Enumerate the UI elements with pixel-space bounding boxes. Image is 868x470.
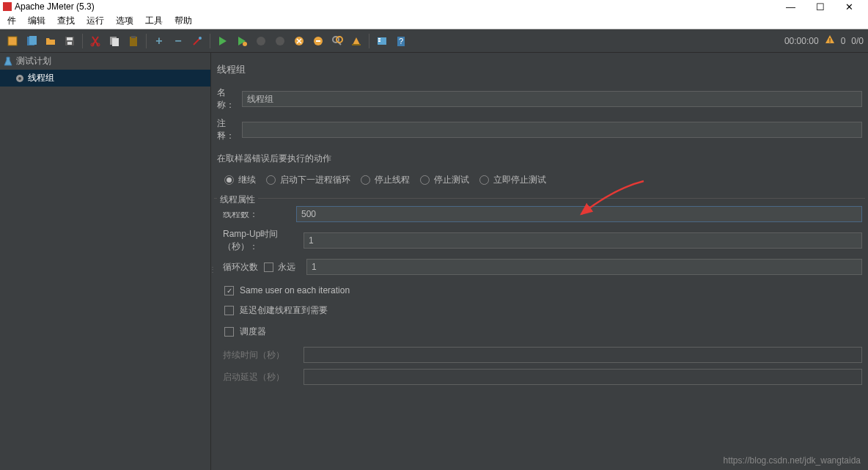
minimize-button[interactable]: —: [786, 1, 795, 12]
svg-point-15: [276, 37, 284, 45]
tree-panel: 测试计划 线程组: [0, 53, 211, 470]
clear-icon[interactable]: [291, 33, 307, 49]
svg-point-29: [18, 77, 21, 80]
svg-rect-11: [131, 36, 136, 38]
copy-icon[interactable]: [106, 33, 122, 49]
reset-search-icon[interactable]: [348, 33, 364, 49]
start-no-timers-icon[interactable]: [234, 33, 250, 49]
templates-icon[interactable]: [23, 33, 40, 49]
radio-start-next[interactable]: 启动下一进程循环: [266, 174, 350, 186]
rampup-input[interactable]: [304, 232, 862, 249]
threads-input[interactable]: [296, 206, 862, 222]
content-panel: ⋮ 线程组 名称： 注释： 在取样器错误后要执行的动作 继续 启动下一进程循环: [211, 53, 868, 470]
error-action-radios: 继续 启动下一进程循环 停止线程 停止测试 立即停止测试: [214, 172, 865, 195]
panel-title: 线程组: [214, 59, 865, 87]
forever-checkbox[interactable]: [264, 262, 273, 272]
name-input[interactable]: [242, 91, 862, 107]
gear-icon: [15, 73, 25, 84]
svg-rect-5: [67, 42, 72, 45]
paste-icon[interactable]: [125, 33, 141, 49]
tree-label: 测试计划: [16, 55, 51, 67]
svg-rect-9: [112, 38, 119, 46]
same-user-checkbox[interactable]: [224, 286, 234, 295]
shutdown-icon[interactable]: [272, 33, 288, 49]
svg-rect-23: [378, 38, 380, 40]
menu-run[interactable]: 运行: [82, 13, 108, 29]
name-label: 名称：: [217, 87, 242, 111]
delay-input: [304, 369, 862, 385]
separator: [146, 34, 147, 48]
loop-input[interactable]: [306, 259, 862, 275]
radio-stop-test[interactable]: 停止测试: [420, 174, 469, 186]
menu-help[interactable]: 帮助: [170, 13, 196, 29]
radio-icon: [420, 175, 430, 185]
separator: [82, 34, 83, 48]
cut-icon[interactable]: [87, 33, 103, 49]
comment-label: 注释：: [217, 117, 242, 142]
scheduler-label: 调度器: [240, 326, 266, 338]
menu-tools[interactable]: 工具: [141, 13, 167, 29]
menu-search[interactable]: 查找: [53, 13, 79, 29]
error-action-label: 在取样器错误后要执行的动作: [214, 148, 865, 172]
delay-label: 启动延迟（秒）: [223, 371, 304, 383]
open-icon[interactable]: [43, 33, 59, 49]
close-button[interactable]: ✕: [845, 1, 853, 12]
svg-rect-2: [29, 36, 37, 45]
svg-rect-24: [378, 40, 380, 42]
watermark: https://blog.csdn.net/jdk_wangtaida: [724, 455, 861, 466]
radio-label: 启动下一进程循环: [280, 174, 350, 186]
save-icon[interactable]: [62, 33, 78, 49]
delay-create-checkbox[interactable]: [224, 306, 234, 315]
svg-text:?: ?: [399, 37, 403, 45]
menu-edit[interactable]: 编辑: [23, 13, 50, 29]
expand-icon[interactable]: +: [151, 33, 167, 49]
separator: [369, 34, 369, 48]
menubar: 件 编辑 查找 运行 选项 工具 帮助: [0, 13, 868, 29]
warning-icon: !: [825, 34, 835, 47]
radio-icon: [224, 175, 234, 185]
svg-point-12: [199, 37, 202, 40]
toggle-icon[interactable]: [189, 33, 205, 49]
window-controls: — ☐ ✕: [786, 1, 868, 12]
new-icon[interactable]: [4, 33, 21, 49]
clear-all-icon[interactable]: [310, 33, 326, 49]
svg-point-13: [243, 42, 247, 46]
function-helper-icon[interactable]: [374, 33, 390, 49]
duration-label: 持续时间（秒）: [223, 349, 304, 361]
radio-stop-thread[interactable]: 停止线程: [361, 174, 410, 186]
radio-label: 停止线程: [375, 174, 410, 186]
search-icon[interactable]: [329, 33, 345, 49]
collapse-icon[interactable]: −: [170, 33, 186, 49]
stop-icon[interactable]: [253, 33, 269, 49]
flask-icon: [3, 56, 13, 67]
tree-item-threadgroup[interactable]: 线程组: [0, 70, 210, 87]
thread-props-label: 线程属性: [217, 194, 258, 212]
radio-continue[interactable]: 继续: [224, 174, 256, 186]
radio-stop-now[interactable]: 立即停止测试: [479, 174, 546, 186]
forever-label: 永远: [278, 261, 295, 273]
radio-icon: [479, 175, 489, 185]
titlebar: Apache JMeter (5.3) — ☐ ✕: [0, 0, 868, 13]
toolbar: + − ? 00:00:00 ! 0 0/0: [0, 29, 868, 53]
maximize-button[interactable]: ☐: [816, 1, 825, 12]
menu-options[interactable]: 选项: [111, 13, 138, 29]
radio-label: 停止测试: [434, 174, 469, 186]
toolbar-status: 00:00:00 ! 0 0/0: [784, 34, 864, 47]
menu-file[interactable]: 件: [3, 13, 21, 29]
svg-text:!: !: [828, 37, 831, 44]
start-icon[interactable]: [215, 33, 231, 49]
warning-count: 0: [841, 36, 846, 46]
same-user-label: Same user on each iteration: [240, 285, 350, 295]
tree-item-testplan[interactable]: 测试计划: [0, 53, 210, 70]
svg-rect-4: [67, 37, 73, 40]
rampup-label: Ramp-Up时间（秒）：: [223, 228, 304, 253]
app-icon: [3, 2, 12, 11]
svg-rect-0: [8, 37, 17, 45]
comment-input[interactable]: [242, 122, 862, 138]
radio-label: 立即停止测试: [493, 174, 546, 186]
help-icon[interactable]: ?: [393, 33, 409, 49]
radio-label: 继续: [238, 174, 256, 186]
scheduler-checkbox[interactable]: [224, 327, 234, 337]
splitter-handle[interactable]: ⋮: [211, 265, 216, 273]
separator: [210, 34, 210, 48]
